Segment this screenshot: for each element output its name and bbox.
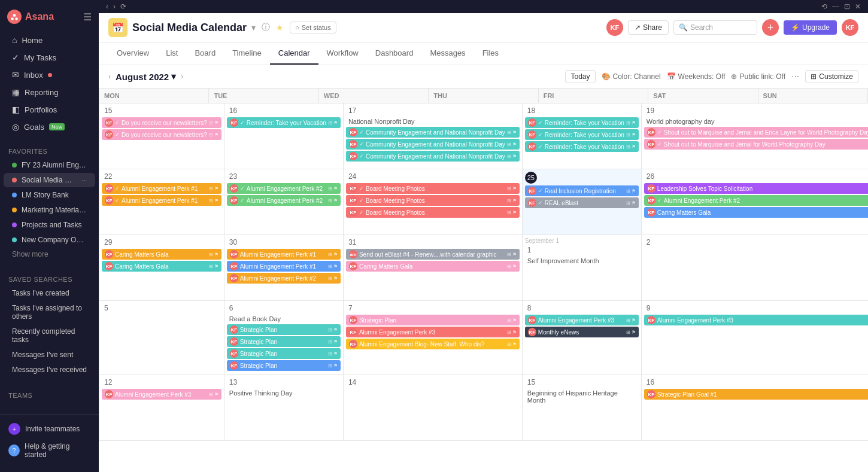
back-button[interactable]: ‹ bbox=[106, 2, 108, 11]
calendar-event[interactable]: KFStrategic Plan⊞⚑ bbox=[227, 324, 341, 335]
calendar-event-text[interactable]: Read a Book Day bbox=[227, 315, 341, 323]
calendar-cell[interactable]: 5 bbox=[99, 301, 224, 375]
tab-board[interactable]: Board bbox=[186, 42, 224, 65]
calendar-event[interactable]: KF✓Alumni Engagement Perk #1⊞⚑ bbox=[102, 195, 221, 206]
share-button[interactable]: ↗ Share bbox=[628, 20, 669, 35]
tab-list[interactable]: List bbox=[157, 42, 186, 65]
tab-files[interactable]: Files bbox=[474, 42, 507, 65]
tab-dashboard[interactable]: Dashboard bbox=[367, 42, 422, 65]
calendar-event[interactable]: KFStrategic Plan⊞⚑ bbox=[227, 348, 341, 359]
calendar-cell[interactable]: 30KFAlumni Engagement Perk #1⊞⚑KFAlumni … bbox=[224, 235, 344, 301]
calendar-event[interactable]: KF✓Do you receive our newsletters?⊞⚑ bbox=[102, 117, 221, 128]
fav-item-more[interactable]: ··· bbox=[82, 177, 87, 184]
calendar-cell[interactable]: 16KF✓Reminder: Take your Vacation⊞⚑ bbox=[224, 103, 344, 169]
calendar-event-text[interactable]: Positive Thinking Day bbox=[227, 389, 341, 397]
tab-overview[interactable]: Overview bbox=[108, 42, 157, 65]
calendar-event[interactable]: KFStrategic Plan⊞⚑ bbox=[227, 336, 341, 347]
star-icon[interactable]: ★ bbox=[275, 22, 285, 34]
cal-prev[interactable]: ‹ bbox=[108, 72, 111, 81]
sidebar-item-goals[interactable]: ◎ Goals New bbox=[4, 118, 95, 135]
restore-button[interactable]: ⊡ bbox=[844, 2, 850, 11]
today-button[interactable]: Today bbox=[565, 70, 595, 83]
calendar-event[interactable]: KF✓Board Meeting Photos⊞⚑ bbox=[346, 207, 520, 218]
calendar-cell[interactable]: September 11Self Improvement Month bbox=[523, 235, 642, 301]
set-status-button[interactable]: ○ Set status bbox=[290, 22, 336, 34]
tab-timeline[interactable]: Timeline bbox=[224, 42, 270, 65]
calendar-event[interactable]: KFCaring Matters Gala⊞⚑ bbox=[644, 207, 868, 218]
calendar-event[interactable]: KF✓Shout out to Marquise and Jemal for W… bbox=[644, 139, 868, 150]
calendar-event[interactable]: KF✓Reminder: Take your Vacation⊞⚑ bbox=[525, 141, 639, 152]
invite-teammates[interactable]: + Invite teammates bbox=[0, 419, 99, 438]
tab-calendar[interactable]: Calendar bbox=[270, 42, 318, 65]
calendar-event[interactable]: KF✓Board Meeting Photos⊞⚑ bbox=[346, 183, 520, 194]
weekends-toggle[interactable]: 📅 Weekends: Off bbox=[667, 72, 726, 81]
sidebar-item-home[interactable]: ⌂ Home bbox=[4, 32, 95, 48]
calendar-cell[interactable]: 12KFAlumni Engagement Perk #3⊞⚑ bbox=[99, 375, 224, 441]
hamburger-menu[interactable]: ☰ bbox=[83, 11, 92, 23]
fav-item-marketing[interactable]: Marketing Materials R... bbox=[4, 203, 95, 217]
calendar-event[interactable]: KF✓Real Inclusion Registration⊞⚑ bbox=[525, 185, 639, 196]
calendar-event[interactable]: KF✓Community Engagement and National Non… bbox=[346, 139, 520, 150]
calendar-event[interactable]: KF✓Reminder: Take your Vacation⊞⚑ bbox=[525, 129, 639, 140]
calendar-event[interactable]: KF✓Alumni Engagement Perk #1⊞⚑ bbox=[102, 183, 221, 194]
saved-tasks-assigned[interactable]: Tasks I've assigned to others bbox=[4, 301, 95, 324]
calendar-event[interactable]: KFStrategic Plan Goal #1⊞⚑ bbox=[644, 389, 868, 400]
recents-icon[interactable]: ⟲ bbox=[821, 2, 827, 11]
calendar-event[interactable]: KF✓Reminder: Take your Vacation⊞⚑ bbox=[525, 117, 639, 128]
help-getting-started[interactable]: ? Help & getting started bbox=[0, 438, 99, 462]
calendar-event[interactable]: KF✓Shout out to Marquise and Jemal and E… bbox=[644, 127, 868, 138]
forward-button[interactable]: › bbox=[113, 2, 116, 11]
calendar-cell[interactable]: 25KF✓Real Inclusion Registration⊞⚑KF✓REA… bbox=[523, 169, 642, 235]
fav-item-new-company[interactable]: New Company Outrea... bbox=[4, 233, 95, 247]
calendar-event[interactable]: KFAlumni Engagement Perk #2⊞⚑ bbox=[227, 273, 341, 284]
calendar-cell[interactable]: 26KFLeadership Solves Topic Solicitation… bbox=[642, 169, 868, 235]
tab-workflow[interactable]: Workflow bbox=[318, 42, 367, 65]
calendar-event-text[interactable]: National Nonprofit Day bbox=[346, 117, 520, 126]
color-channel-toggle[interactable]: 🎨 Color: Channel bbox=[602, 72, 661, 81]
calendar-cell[interactable]: 31amSend out eBlast #4 - Renew....with c… bbox=[344, 235, 523, 301]
calendar-event[interactable]: KFStrategic Plan⊞⚑ bbox=[227, 360, 341, 371]
calendar-event[interactable]: KF✓Community Engagement and National Non… bbox=[346, 151, 520, 162]
calendar-cell[interactable]: 6Read a Book DayKFStrategic Plan⊞⚑KFStra… bbox=[224, 301, 344, 375]
calendar-event[interactable]: amSend out eBlast #4 - Renew....with cal… bbox=[346, 249, 520, 260]
calendar-event[interactable]: KFAlumni Engagement Perk #3⊞⚑ bbox=[346, 327, 520, 337]
calendar-event[interactable]: KF✓Alumni Engagement Perk #2⊞⚑ bbox=[227, 183, 341, 194]
saved-messages-received[interactable]: Messages I've received bbox=[4, 363, 95, 377]
calendar-cell[interactable]: 13Positive Thinking Day bbox=[224, 375, 344, 441]
search-box[interactable]: 🔍 Search bbox=[673, 20, 757, 35]
sidebar-item-my-tasks[interactable]: ✓ My Tasks bbox=[4, 49, 95, 66]
fav-item-projects-tasks[interactable]: Projects and Tasks bbox=[4, 218, 95, 232]
calendar-cell[interactable]: 24KF✓Board Meeting Photos⊞⚑KF✓Board Meet… bbox=[344, 169, 523, 235]
calendar-cell[interactable]: 7KFStrategic Plan⊞⚑KFAlumni Engagement P… bbox=[344, 301, 523, 375]
fav-item-fy23[interactable]: FY 23 Alumni Engage... bbox=[4, 158, 95, 172]
calendar-event[interactable]: KFAlumni Engagement Perk #3⊞⚑ bbox=[102, 389, 221, 400]
calendar-event[interactable]: KF✓Reminder: Take your Vacation⊞⚑ bbox=[227, 117, 341, 128]
saved-messages-sent[interactable]: Messages I've sent bbox=[4, 348, 95, 362]
calendar-event[interactable]: KF✓Community Engagement and National Non… bbox=[346, 127, 520, 138]
customize-button[interactable]: ⊞ Customize bbox=[805, 70, 858, 83]
show-more[interactable]: Show more bbox=[4, 248, 95, 261]
calendar-event[interactable]: KFCaring Matters Gala⊞⚑ bbox=[102, 261, 221, 272]
calendar-event-text[interactable]: Self Improvement Month bbox=[525, 257, 639, 265]
public-link-toggle[interactable]: ⊕ Public link: Off bbox=[731, 72, 785, 81]
calendar-cell[interactable]: 9KFAlumni Engagement Perk #3⊞⚑ bbox=[642, 301, 868, 375]
calendar-cell[interactable]: 29KFCaring Matters Gala⊞⚑KFCaring Matter… bbox=[99, 235, 224, 301]
calendar-event[interactable]: KFAlumni Engagement Perk #1⊞⚑ bbox=[227, 261, 341, 272]
calendar-cell[interactable]: 8KFAlumni Engagement Perk #3⊞⚑KFMonthly … bbox=[523, 301, 642, 375]
calendar-event[interactable]: KFAlumni Engagement Blog- New Staff, Who… bbox=[346, 339, 520, 349]
calendar-cell[interactable]: 19World photography dayKF✓Shout out to M… bbox=[642, 103, 868, 169]
sidebar-item-portfolios[interactable]: ◧ Portfolios bbox=[4, 101, 95, 118]
project-title-chevron[interactable]: ▾ bbox=[250, 22, 257, 34]
calendar-cell[interactable]: 15KF✓Do you receive our newsletters?⊞⚑KF… bbox=[99, 103, 224, 169]
minimize-button[interactable]: — bbox=[832, 2, 839, 11]
calendar-cell[interactable]: 2 bbox=[642, 235, 868, 301]
sidebar-item-inbox[interactable]: ✉ Inbox bbox=[4, 66, 95, 83]
upgrade-button[interactable]: ⚡ Upgrade bbox=[784, 20, 837, 35]
calendar-cell[interactable]: 16KFStrategic Plan Goal #1⊞⚑ bbox=[642, 375, 868, 441]
history-button[interactable]: ⟳ bbox=[120, 2, 126, 11]
calendar-event[interactable]: KFStrategic Plan⊞⚑ bbox=[346, 315, 520, 325]
cal-next[interactable]: › bbox=[181, 72, 183, 81]
fav-item-lm-story[interactable]: LM Story Bank bbox=[4, 188, 95, 202]
calendar-cell[interactable]: 14 bbox=[344, 375, 523, 441]
calendar-cell[interactable]: 15Beginning of Hispanic Heritage Month bbox=[523, 375, 642, 441]
